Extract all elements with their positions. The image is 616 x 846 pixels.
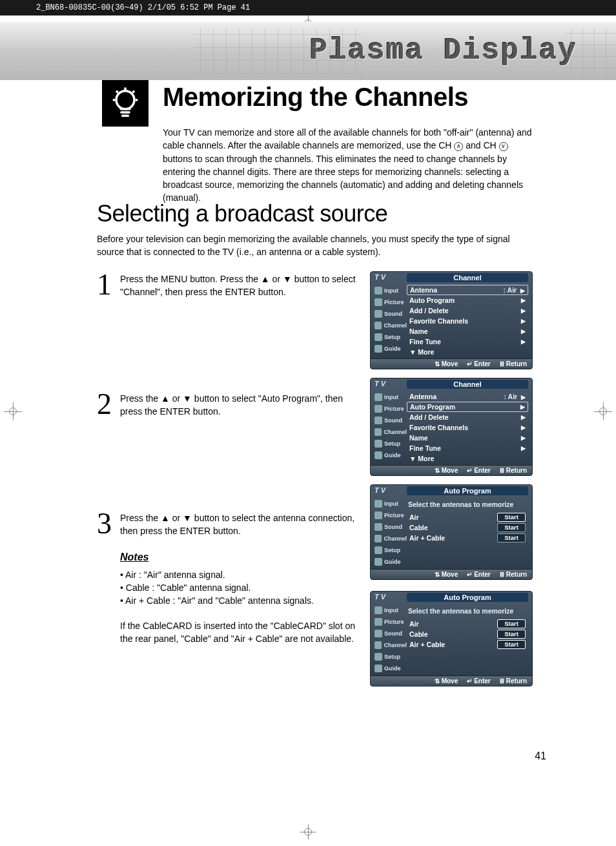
sidebar-label: Input	[384, 500, 398, 507]
row-label: Air	[409, 620, 419, 628]
ch-up-icon: ∧	[454, 142, 463, 151]
sidebar-item-setup[interactable]: Setup	[375, 438, 407, 449]
sidebar-label: Input	[384, 394, 398, 400]
sidebar-item-input[interactable]: Input	[375, 498, 407, 510]
osd-row-aircable[interactable]: Air + CableStart	[407, 639, 528, 650]
chevron-right-icon: ▶	[521, 445, 526, 451]
sidebar-label: Setup	[384, 654, 400, 660]
sidebar-label: Sound	[384, 524, 402, 530]
sidebar-item-sound[interactable]: Sound	[375, 415, 407, 426]
row-label: Fine Tune	[409, 444, 441, 452]
sidebar-item-input[interactable]: Input	[375, 604, 407, 616]
setup-icon	[375, 653, 382, 661]
sidebar-label: Channel	[384, 535, 407, 542]
osd-row-air[interactable]: AirStart	[407, 619, 528, 629]
sidebar-label: Sound	[384, 311, 402, 317]
sidebar-item-picture[interactable]: Picture	[375, 403, 407, 415]
osd-row-more[interactable]: ▼ More	[407, 453, 528, 464]
row-label: Name	[409, 327, 428, 335]
sidebar-item-channel[interactable]: Channel	[375, 320, 407, 331]
row-label: Name	[409, 434, 428, 442]
return-icon: Ⅲ	[500, 360, 504, 367]
osd-row-antenna[interactable]: Antenna: Air ▶	[407, 391, 528, 402]
page-title: Memorizing the Channels	[163, 83, 468, 112]
start-button[interactable]: Start	[497, 513, 526, 522]
updown-icon: ⇅	[435, 360, 440, 367]
osd-row-name[interactable]: Name▶	[407, 326, 528, 336]
sidebar-item-setup[interactable]: Setup	[375, 544, 407, 556]
enter-icon: ↵	[467, 677, 472, 685]
picture-icon	[375, 511, 382, 519]
row-label: Air + Cable	[409, 641, 445, 648]
osd-sidebar: Input Picture Sound Channel Setup Guide	[375, 391, 407, 464]
channel-icon	[375, 535, 382, 542]
osd-row-more[interactable]: ▼ More	[407, 347, 528, 357]
sidebar-item-input[interactable]: Input	[375, 391, 407, 403]
osd-row-adddelete[interactable]: Add / Delete▶	[407, 305, 528, 316]
row-label: Auto Program	[409, 296, 455, 304]
banner: Plasma Display	[0, 22, 616, 80]
sidebar-item-setup[interactable]: Setup	[375, 651, 407, 663]
row-label: Antenna	[410, 286, 437, 294]
foot-enter: ↵Enter	[467, 677, 491, 685]
row-label: Favorite Channels	[409, 317, 468, 325]
row-label: Favorite Channels	[409, 424, 468, 431]
sidebar-label: Input	[384, 287, 398, 294]
sidebar-label: Guide	[384, 452, 401, 459]
osd-channel-menu-2: T V Channel Input Picture Sound Channel …	[370, 378, 533, 476]
osd-row-aircable[interactable]: Air + CableStart	[407, 533, 528, 543]
sidebar-item-picture[interactable]: Picture	[375, 296, 407, 308]
sound-icon	[375, 417, 382, 424]
osd-row-autoprogram[interactable]: Auto Program▶	[407, 402, 528, 412]
start-button[interactable]: Start	[497, 523, 526, 532]
foot-enter: ↵Enter	[467, 467, 491, 474]
sidebar-item-picture[interactable]: Picture	[375, 510, 407, 521]
osd-row-finetune[interactable]: Fine Tune▶	[407, 336, 528, 347]
guide-icon	[375, 345, 382, 353]
chevron-right-icon: ▶	[521, 435, 526, 441]
sidebar-item-channel[interactable]: Channel	[375, 639, 407, 651]
guide-icon	[375, 558, 382, 566]
guide-icon	[375, 451, 382, 459]
osd-row-adddelete[interactable]: Add / Delete▶	[407, 412, 528, 422]
osd-row-favorite[interactable]: Favorite Channels▶	[407, 422, 528, 433]
osd-tv-label: T V	[375, 486, 407, 495]
input-icon	[375, 287, 382, 294]
start-button[interactable]: Start	[497, 533, 526, 542]
sidebar-item-sound[interactable]: Sound	[375, 521, 407, 533]
sidebar-item-input[interactable]: Input	[375, 285, 407, 296]
osd-row-name[interactable]: Name▶	[407, 433, 528, 443]
sidebar-item-guide[interactable]: Guide	[375, 449, 407, 461]
row-label: ▼ More	[409, 348, 434, 356]
osd-footer: ⇅Move ↵Enter ⅢReturn	[371, 358, 532, 369]
sidebar-item-sound[interactable]: Sound	[375, 308, 407, 320]
osd-row-cable[interactable]: CableStart	[407, 629, 528, 639]
section-title: Selecting a broadcast source	[97, 200, 387, 227]
sidebar-item-setup[interactable]: Setup	[375, 331, 407, 343]
sidebar-label: Channel	[384, 322, 407, 329]
guide-icon	[375, 665, 382, 672]
osd-row-antenna[interactable]: Antenna: Air ▶	[407, 285, 528, 295]
sidebar-item-sound[interactable]: Sound	[375, 628, 407, 639]
osd-row-air[interactable]: AirStart	[407, 512, 528, 522]
sidebar-item-guide[interactable]: Guide	[375, 556, 407, 568]
sidebar-item-guide[interactable]: Guide	[375, 343, 407, 355]
osd-row-cable[interactable]: CableStart	[407, 522, 528, 533]
step-number: 1	[97, 271, 120, 375]
foot-move: ⇅Move	[435, 571, 458, 578]
sidebar-label: Picture	[384, 619, 404, 625]
sidebar-item-channel[interactable]: Channel	[375, 426, 407, 438]
sidebar-item-guide[interactable]: Guide	[375, 663, 407, 674]
osd-row-favorite[interactable]: Favorite Channels▶	[407, 316, 528, 326]
start-button[interactable]: Start	[497, 619, 526, 628]
osd-row-autoprogram[interactable]: Auto Program▶	[407, 295, 528, 305]
picture-icon	[375, 298, 382, 306]
osd-row-finetune[interactable]: Fine Tune▶	[407, 443, 528, 453]
sidebar-item-picture[interactable]: Picture	[375, 616, 407, 628]
osd-title: Channel	[407, 273, 528, 282]
row-label: ▼ More	[409, 455, 434, 462]
sidebar-item-channel[interactable]: Channel	[375, 533, 407, 544]
start-button[interactable]: Start	[497, 630, 526, 639]
start-button[interactable]: Start	[497, 640, 526, 649]
chevron-right-icon: ▶	[521, 394, 526, 400]
